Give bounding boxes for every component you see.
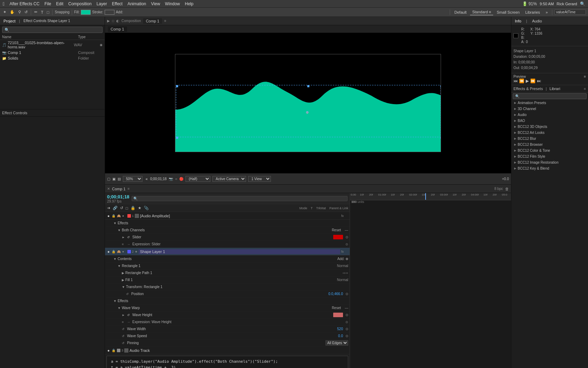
menu-composition[interactable]: Composition <box>68 1 92 6</box>
layer-2-header[interactable]: ● 🔒 🙈 ● 2 ★ Shape Layer 1 fx <box>105 248 350 255</box>
tool-text[interactable]: T <box>40 10 44 15</box>
resolution-select[interactable]: (Half) (Full) (Quarter) <box>186 176 210 182</box>
tl-tool-6[interactable]: ★ <box>137 205 142 211</box>
both-channels-reset[interactable]: Reset <box>332 228 341 232</box>
ep-3d-channel[interactable]: ▶ 3D Channel <box>511 106 588 112</box>
wave-warp-expand[interactable]: ▼ <box>118 306 121 310</box>
menu-after-effects[interactable]: After Effects CC <box>9 1 40 6</box>
layer-1-header[interactable]: ● 🔒 🙈 ● 1 [Audio Amplitude] fx <box>105 212 350 220</box>
tl-tool-5[interactable]: 🔒 <box>130 205 136 211</box>
libraries-tab[interactable]: Librari <box>550 87 560 91</box>
timeline-trash[interactable]: 🗑 <box>505 187 509 191</box>
position-row[interactable]: ↺ Position 0.0,466.0 ⊙ <box>105 291 350 298</box>
project-item-comp[interactable]: 📷 Comp 1 Composit <box>0 50 105 55</box>
comp1-tab[interactable]: Comp 1 <box>108 26 127 32</box>
view-select[interactable]: 1 View 2 Views <box>248 176 271 182</box>
effects-expand[interactable]: ▼ <box>113 222 117 225</box>
layer1-vis[interactable]: ● <box>106 214 111 218</box>
wave-width-row[interactable]: ↺ Wave Width 520 ⊙ <box>105 326 350 333</box>
comp-tab[interactable]: Comp 1 <box>143 18 162 24</box>
workspace-standard[interactable]: Standard ≡ <box>470 9 493 15</box>
tl-tool-4[interactable]: □ <box>125 205 129 211</box>
contents-row[interactable]: ▼ Contents Add: ⊕ <box>105 255 350 263</box>
workspace-expand[interactable]: » <box>544 9 550 15</box>
project-item-solids[interactable]: 📁 Solids Folder <box>0 55 105 61</box>
ep-menu-icon[interactable]: ≡ <box>584 87 586 91</box>
ep-bcc12-3d[interactable]: ▶ BCC12 3D Objects <box>511 124 588 130</box>
tl-tool-1[interactable]: ➔ <box>106 205 111 211</box>
tool-hand[interactable]: ✋ <box>9 9 16 15</box>
project-search-input[interactable] <box>2 27 103 33</box>
menu-help[interactable]: Help <box>185 1 194 6</box>
wave-height-value[interactable] <box>333 313 343 317</box>
effect-controls-tab[interactable]: Effect Controls Shape Layer 1 <box>22 18 71 23</box>
menu-animation[interactable]: Animation <box>127 1 146 6</box>
menu-file[interactable]: File <box>44 1 51 6</box>
transform-rect-row[interactable]: ▼ Transform: Rectangle 1 <box>105 284 350 291</box>
layer1-solo[interactable]: ● <box>122 214 126 218</box>
layer2-vis[interactable]: ● <box>106 250 111 254</box>
transparency-btn[interactable]: ○ <box>175 177 177 181</box>
layer2-shy[interactable]: 🙈 <box>117 250 121 253</box>
preview-menu-icon[interactable]: ≡ <box>584 75 586 79</box>
rect1-row[interactable]: ▼ Rectangle 1 Normal <box>105 263 350 270</box>
workspace-small-screen[interactable]: Small Screen <box>495 9 522 15</box>
wave-speed-row[interactable]: ↺ Wave Speed 0.0 ⊙ <box>105 333 350 340</box>
apple-menu[interactable]:  <box>3 1 5 7</box>
comp-icon-btn1[interactable]: ▢ <box>107 177 110 181</box>
menu-window[interactable]: Window <box>165 1 180 6</box>
menu-effect[interactable]: Effect <box>112 1 122 6</box>
wave-warp-reset[interactable]: Reset <box>332 306 341 310</box>
zoom-select[interactable]: 50% 100% 25% <box>123 176 142 182</box>
search-input[interactable] <box>554 9 586 15</box>
info-tab[interactable]: Info <box>513 18 523 24</box>
preview-first[interactable]: ⏮ <box>513 79 518 83</box>
preview-play[interactable]: ▶ <box>526 79 529 83</box>
stroke-color[interactable] <box>105 10 114 15</box>
layer1-shy[interactable]: 🙈 <box>117 214 121 218</box>
ep-bcc12-browser[interactable]: ▶ BCC12 Browser <box>511 142 588 148</box>
layer3-vis[interactable]: ● <box>106 348 111 353</box>
layer3-lock[interactable]: 🔒 <box>112 349 116 352</box>
fill-color[interactable] <box>81 10 91 15</box>
tl-tool-2[interactable]: 🔗 <box>112 205 118 211</box>
ep-audio[interactable]: ▶ Audio <box>511 112 588 118</box>
wave-warp-row[interactable]: ▼ Wave Warp Reset — <box>105 305 350 312</box>
layer1-lock[interactable]: 🔒 <box>112 214 116 218</box>
pinning-select[interactable]: All Edges <box>326 340 348 346</box>
ep-bcc12-art[interactable]: ▶ BCC12 Art Looks <box>511 130 588 136</box>
rect-path-row[interactable]: ▶ Rectangle Path 1 ⇨⇨ <box>105 270 350 277</box>
comp-icon-btn2[interactable]: ▣ <box>112 177 115 181</box>
pinning-row[interactable]: ↺ Pinning All Edges <box>105 340 350 347</box>
ep-bcc12-color[interactable]: ▶ BCC12 Color & Tone <box>511 148 588 154</box>
camera-select[interactable]: Active Camera <box>212 176 246 182</box>
preview-last[interactable]: ⏭ <box>537 79 541 83</box>
slider-row[interactable]: ► ↺ Slider ⊙ <box>105 234 350 241</box>
rect-path-expand[interactable]: ▶ <box>122 271 124 275</box>
menu-view[interactable]: View <box>151 1 160 6</box>
tool-rotate[interactable]: ↺ <box>23 9 29 15</box>
add-btn[interactable]: Add: ⊕ <box>337 257 348 261</box>
project-item-audio[interactable]: 🎵 72103___01025-trombitas-alpen-horns.wa… <box>0 40 105 50</box>
wave-height-row[interactable]: ► ↺ Wave Height ⊙ <box>105 312 350 319</box>
both-channels-row[interactable]: ▼ Both Channels Reset — <box>105 227 350 234</box>
project-tab[interactable]: Project <box>2 18 17 24</box>
layer2-lock[interactable]: 🔒 <box>112 250 116 253</box>
preview-forward[interactable]: ⏩ <box>530 79 536 83</box>
tool-pen[interactable]: ✏ <box>33 9 38 15</box>
tool-shape[interactable]: □ <box>46 10 50 15</box>
tl-tool-3[interactable]: ↺ <box>119 205 124 211</box>
ep-bcc12-image[interactable]: ▶ BCC12 Image Restoration <box>511 159 588 165</box>
workspace-libraries[interactable]: Libraries <box>523 9 542 15</box>
fill1-row[interactable]: ▶ Fill 1 Normal <box>105 277 350 284</box>
ep-search-input[interactable] <box>513 93 587 99</box>
position-value[interactable]: 0.0,466.0 <box>328 292 343 296</box>
audio-tab[interactable]: Audio <box>531 18 543 24</box>
ep-animation-presets[interactable]: ▶ Animation Presets <box>511 100 588 106</box>
preview-back[interactable]: ⏪ <box>519 79 524 83</box>
layer-3-header[interactable]: ● 🔒 3 Audio Track <box>105 347 350 354</box>
ep-bao[interactable]: ▶ BAO <box>511 118 588 124</box>
menu-edit[interactable]: Edit <box>56 1 63 6</box>
workspace-default[interactable]: Default <box>452 9 469 15</box>
ep-bcc12-key[interactable]: ▶ BCC12 Key & Blend <box>511 165 588 171</box>
